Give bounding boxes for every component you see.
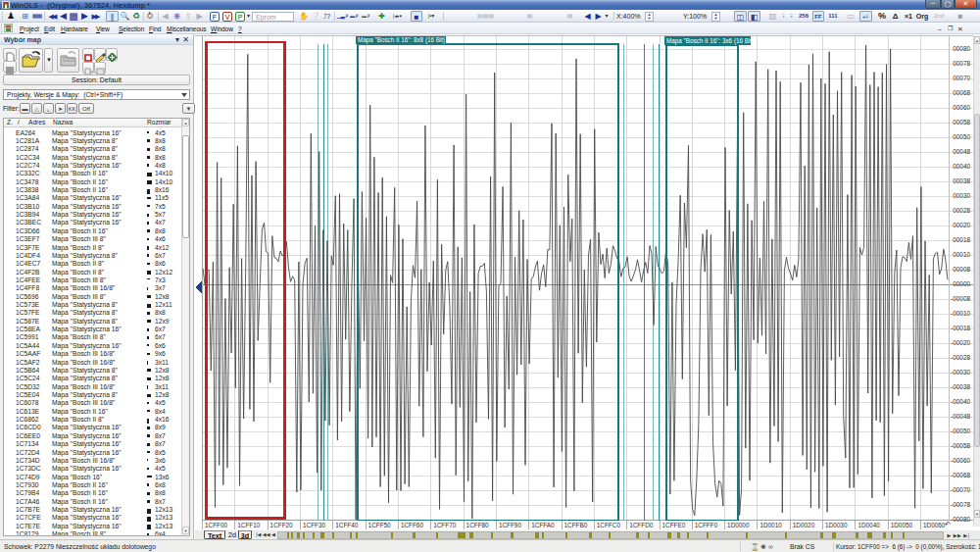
svg-text:00010: 00010 [953, 251, 970, 258]
svg-text:1D0050: 1D0050 [891, 522, 913, 528]
svg-text:1CFFB0: 1CFFB0 [564, 522, 588, 528]
svg-text:1CFF10: 1CFF10 [237, 522, 261, 528]
svg-text:00068: 00068 [953, 89, 970, 96]
svg-text:-00038: -00038 [951, 383, 970, 390]
svg-text:1CFF50: 1CFF50 [368, 522, 392, 528]
svg-text:1D0000: 1D0000 [727, 522, 750, 528]
svg-text:1D0030: 1D0030 [825, 522, 848, 528]
svg-text:-00080: -00080 [951, 516, 970, 523]
svg-text:1CFFE0: 1CFFE0 [662, 522, 686, 528]
svg-text:1CFF20: 1CFF20 [270, 522, 294, 528]
svg-text:00040: 00040 [953, 163, 970, 170]
svg-text:1CFFA0: 1CFFA0 [531, 522, 555, 528]
svg-text:1CFFC0: 1CFFC0 [597, 522, 621, 528]
svg-text:00080: 00080 [953, 45, 970, 52]
svg-text:00028: 00028 [953, 207, 970, 214]
svg-text:-00048: -00048 [951, 413, 970, 420]
svg-text:00078: 00078 [953, 60, 970, 67]
svg-text:-00078: -00078 [951, 501, 970, 508]
svg-text:-00058: -00058 [951, 442, 970, 449]
svg-text:-00010: -00010 [951, 310, 970, 317]
svg-text:-00070: -00070 [951, 486, 970, 493]
svg-text:1CFF60: 1CFF60 [401, 522, 424, 528]
svg-text:-00018: -00018 [951, 325, 970, 331]
svg-text:00018: 00018 [953, 236, 970, 243]
svg-text:00060: 00060 [953, 104, 970, 111]
svg-text:1CFF40: 1CFF40 [335, 522, 359, 528]
svg-text:00048: 00048 [953, 148, 970, 155]
svg-text:1CFFD0: 1CFFD0 [629, 522, 654, 528]
svg-text:-00020: -00020 [951, 339, 970, 346]
svg-text:1D0060: 1D0060 [923, 522, 946, 528]
svg-text:-00040: -00040 [951, 398, 970, 405]
svg-text:1CFF30: 1CFF30 [303, 522, 326, 528]
svg-text:00050: 00050 [953, 133, 970, 140]
svg-text:00038: 00038 [953, 177, 970, 184]
svg-text:00020: 00020 [953, 222, 970, 228]
svg-text:00058: 00058 [953, 119, 970, 125]
svg-text:-00008: -00008 [951, 295, 970, 302]
svg-text:1CFF80: 1CFF80 [466, 522, 490, 528]
svg-text:-00050: -00050 [951, 427, 970, 434]
svg-text:1D0010: 1D0010 [760, 522, 782, 528]
svg-text:1D0040: 1D0040 [858, 522, 880, 528]
svg-text:-00068: -00068 [951, 472, 970, 478]
svg-text:-00060: -00060 [951, 457, 970, 464]
svg-text:1CFF00: 1CFF00 [205, 522, 228, 528]
svg-text:00070: 00070 [953, 75, 970, 81]
svg-text:00008: 00008 [953, 266, 970, 273]
svg-text:Mapa "Bosch II 16": 3x6 (16 Bi: Mapa "Bosch II 16": 3x6 (16 Bit) [666, 37, 754, 45]
svg-text:1D0020: 1D0020 [793, 522, 815, 528]
svg-text:-00030: -00030 [951, 369, 970, 376]
svg-text:1CFF70: 1CFF70 [433, 522, 457, 528]
svg-text:1CFFF0: 1CFFF0 [695, 522, 718, 528]
svg-text:Mapa "Bosch II 16": 8x8 (16 Bi: Mapa "Bosch II 16": 8x8 (16 Bit) [358, 36, 445, 44]
svg-text:00000: 00000 [953, 280, 970, 287]
svg-text:↶: ↶ [945, 521, 951, 527]
svg-text:00030: 00030 [953, 192, 970, 199]
svg-text:-00028: -00028 [951, 354, 970, 361]
svg-text:1CFF90: 1CFF90 [499, 522, 522, 528]
